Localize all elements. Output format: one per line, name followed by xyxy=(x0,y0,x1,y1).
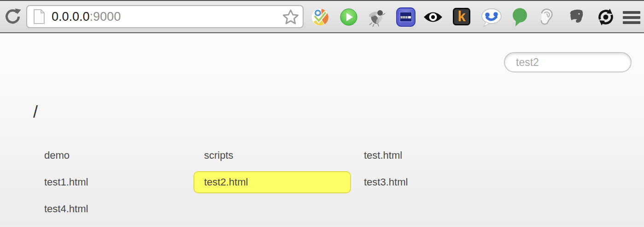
filter-search-input[interactable] xyxy=(504,52,632,72)
file-link-demo[interactable]: demo xyxy=(34,144,191,167)
page-document-icon xyxy=(33,9,45,24)
ear-extension-icon[interactable] xyxy=(539,7,554,27)
voice-phone-bubble-extension-icon[interactable] xyxy=(481,8,502,27)
url-port: :9000 xyxy=(90,10,121,24)
checkmark-badge-extension-icon[interactable] xyxy=(311,8,329,26)
bookmark-star-icon[interactable] xyxy=(281,8,300,26)
file-link-test4-html[interactable]: test4.html xyxy=(34,198,191,220)
file-grid: demo scripts test.html test1.html test2.… xyxy=(34,144,511,220)
file-link-test2-html-highlighted[interactable]: test2.html xyxy=(193,171,351,193)
browser-toolbar: 0.0.0.0:9000 xyxy=(0,0,644,33)
url-host: 0.0.0.0 xyxy=(52,10,90,24)
eye-extension-icon[interactable] xyxy=(423,11,443,24)
elephant-clipper-extension-icon[interactable] xyxy=(568,8,585,25)
url-text[interactable]: 0.0.0.0:9000 xyxy=(52,10,121,24)
sync-arrows-extension-icon[interactable] xyxy=(597,8,615,26)
hamburger-menu-icon[interactable] xyxy=(623,11,640,26)
address-bar[interactable]: 0.0.0.0:9000 xyxy=(26,5,304,28)
green-chat-bubble-extension-icon[interactable] xyxy=(512,8,528,27)
green-play-extension-icon[interactable] xyxy=(340,8,357,26)
file-link-test1-html[interactable]: test1.html xyxy=(34,171,191,193)
directory-listing-page: / demo scripts test.html test1.html test… xyxy=(0,33,644,226)
file-link-test-html[interactable]: test.html xyxy=(353,144,511,167)
file-link-test3-html[interactable]: test3.html xyxy=(353,171,511,193)
fly-bug-extension-icon[interactable] xyxy=(367,7,387,27)
file-link-scripts[interactable]: scripts xyxy=(193,144,351,167)
blue-capture-extension-icon[interactable] xyxy=(396,7,416,27)
current-directory-heading: / xyxy=(33,102,38,122)
k-letter-extension-icon[interactable]: k xyxy=(453,8,470,25)
reload-icon[interactable] xyxy=(4,7,22,26)
